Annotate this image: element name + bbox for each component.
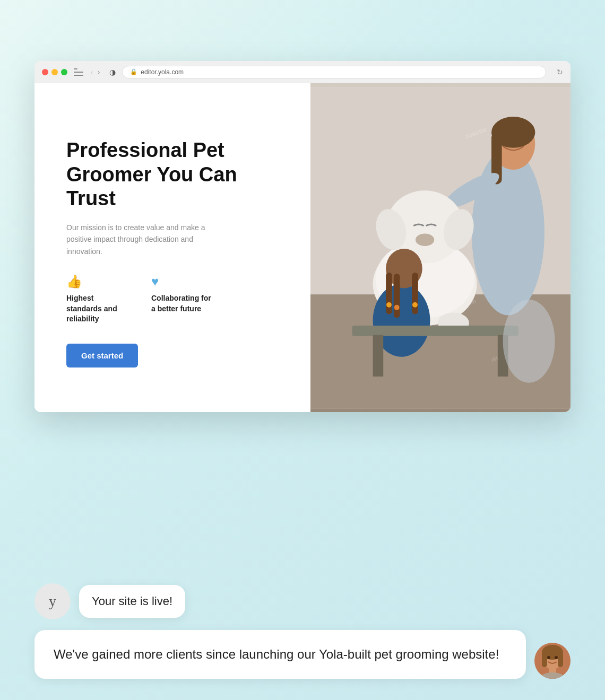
svg-point-9 [472, 149, 544, 316]
hero-image-panel: trustpilot impact Unsplash Unsplash Unsp… [310, 83, 571, 412]
url-text: editor.yola.com [141, 68, 184, 76]
svg-rect-25 [394, 274, 400, 318]
user-message-text: We've gained more clients since launchin… [54, 647, 499, 661]
hero-image: trustpilot impact Unsplash Unsplash Unsp… [310, 83, 571, 412]
svg-rect-24 [386, 273, 392, 314]
website-content: Professional Pet Groomer You Can Trust O… [34, 83, 571, 412]
feature-item-1: 👍 Highest standards and reliability [66, 274, 130, 325]
minimize-button[interactable] [51, 69, 58, 75]
browser-chrome: ‹ › ◑ 🔒 editor.yola.com ↻ [34, 61, 571, 83]
get-started-button[interactable]: Get started [66, 344, 138, 368]
sidebar-toggle-icon[interactable] [74, 68, 83, 76]
yola-avatar: y [34, 583, 71, 619]
shield-icon: ◑ [109, 68, 116, 76]
back-button[interactable]: ‹ [90, 68, 94, 76]
chat-bubble-yola: y Your site is live! [34, 583, 571, 619]
feature-2-text: Collaborating for a better future [151, 293, 215, 314]
browser-window: ‹ › ◑ 🔒 editor.yola.com ↻ Professional P… [34, 61, 571, 412]
features-row: 👍 Highest standards and reliability ♥ Co… [66, 274, 284, 325]
svg-point-33 [503, 300, 555, 383]
chat-section: y Your site is live! We've gained more c… [34, 583, 571, 679]
svg-point-41 [547, 656, 550, 659]
thumbs-up-icon: 👍 [66, 274, 130, 289]
yola-message-bubble: Your site is live! [79, 585, 185, 618]
feature-item-2: ♥ Collaborating for a better future [151, 274, 215, 325]
svg-rect-37 [542, 652, 547, 667]
hero-description: Our mission is to create value and make … [66, 222, 215, 257]
svg-point-42 [555, 656, 558, 659]
user-avatar [534, 643, 571, 679]
svg-point-27 [386, 302, 392, 308]
forward-button[interactable]: › [97, 68, 101, 76]
nav-arrows: ‹ › [90, 68, 101, 76]
heart-icon: ♥ [151, 274, 215, 289]
address-bar[interactable]: 🔒 editor.yola.com [122, 66, 546, 78]
svg-rect-38 [558, 652, 563, 667]
svg-rect-31 [373, 335, 384, 377]
svg-point-29 [412, 302, 418, 308]
svg-point-28 [394, 305, 400, 310]
maximize-button[interactable] [61, 69, 67, 75]
lock-icon: 🔒 [130, 68, 137, 75]
yola-message-text: Your site is live! [92, 594, 172, 608]
user-message-bubble: We've gained more clients since launchin… [34, 630, 526, 679]
traffic-lights [42, 69, 67, 75]
svg-point-19 [416, 234, 434, 247]
svg-rect-26 [412, 273, 418, 314]
reload-icon[interactable]: ↻ [557, 68, 563, 76]
navigation-controls: ‹ › [90, 68, 101, 76]
hero-title: Professional Pet Groomer You Can Trust [66, 138, 284, 211]
user-avatar-image [534, 643, 571, 679]
hero-left-panel: Professional Pet Groomer You Can Trust O… [34, 83, 310, 412]
chat-bubble-user: We've gained more clients since launchin… [34, 630, 571, 679]
feature-1-text: Highest standards and reliability [66, 293, 130, 325]
dog-grooming-scene: trustpilot impact Unsplash Unsplash Unsp… [310, 83, 571, 412]
svg-rect-30 [352, 326, 518, 336]
close-button[interactable] [42, 69, 48, 75]
